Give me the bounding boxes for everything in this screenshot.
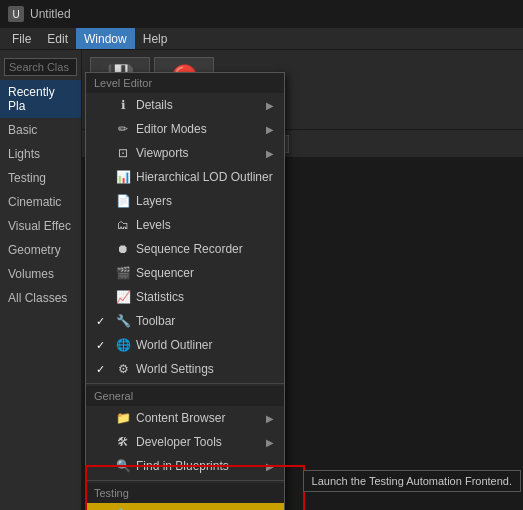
viewports-arrow: ▶ [266, 148, 274, 159]
tooltip: Launch the Testing Automation Frontend. [303, 470, 521, 492]
details-arrow: ▶ [266, 100, 274, 111]
sidebar-item-visual-effects[interactable]: Visual Effec [0, 214, 81, 238]
divider-testing [86, 480, 284, 481]
dropdown-menu: Level Editor ℹ Details ▶ ✏ Editor Modes … [85, 72, 285, 510]
menu-edit[interactable]: Edit [39, 28, 76, 49]
developer-tools-arrow: ▶ [266, 437, 274, 448]
search-bar [0, 54, 81, 80]
world-settings-icon: ⚙ [116, 362, 130, 376]
sidebar-item-cinematic[interactable]: Cinematic [0, 190, 81, 214]
menu-file[interactable]: File [4, 28, 39, 49]
general-section-label: General [86, 386, 284, 406]
developer-tools-icon: 🛠 [116, 435, 130, 449]
content-browser-arrow: ▶ [266, 413, 274, 424]
sidebar-item-basic[interactable]: Basic [0, 118, 81, 142]
testing-section-label: Testing [86, 483, 284, 503]
find-blueprints-arrow: ▶ [266, 461, 274, 472]
menu-hierarchical-lod[interactable]: 📊 Hierarchical LOD Outliner [86, 165, 284, 189]
sidebar-item-volumes[interactable]: Volumes [0, 262, 81, 286]
menu-world-settings[interactable]: ✓ ⚙ World Settings [86, 357, 284, 381]
menu-help[interactable]: Help [135, 28, 176, 49]
editor-modes-arrow: ▶ [266, 124, 274, 135]
menu-sequence-recorder[interactable]: ⏺ Sequence Recorder [86, 237, 284, 261]
world-outliner-icon: 🌐 [116, 338, 130, 352]
app-icon: U [8, 6, 24, 22]
menu-find-blueprints[interactable]: 🔍 Find in Blueprints ▶ [86, 454, 284, 478]
menu-window[interactable]: Window [76, 28, 135, 49]
sequencer-icon: 🎬 [116, 266, 130, 280]
sidebar: Recently Pla Basic Lights Testing Cinema… [0, 50, 82, 510]
menu-levels[interactable]: 🗂 Levels [86, 213, 284, 237]
viewports-icon: ⊡ [116, 146, 130, 160]
toolbar-icon: 🔧 [116, 314, 130, 328]
hierarchical-lod-icon: 📊 [116, 170, 130, 184]
sidebar-item-geometry[interactable]: Geometry [0, 238, 81, 262]
details-icon: ℹ [116, 98, 130, 112]
main-area: Recently Pla Basic Lights Testing Cinema… [0, 50, 523, 510]
sidebar-item-all-classes[interactable]: All Classes [0, 286, 81, 310]
dropdown-overlay: Level Editor ℹ Details ▶ ✏ Editor Modes … [85, 72, 285, 510]
search-input[interactable] [4, 58, 77, 76]
sidebar-item-recently[interactable]: Recently Pla [0, 80, 81, 118]
window-title: Untitled [30, 7, 71, 21]
levels-icon: 🗂 [116, 218, 130, 232]
menu-test-automation[interactable]: 🔧 Test Automation [86, 503, 284, 510]
title-bar: U Untitled [0, 0, 523, 28]
sidebar-item-lights[interactable]: Lights [0, 142, 81, 166]
statistics-icon: 📈 [116, 290, 130, 304]
menu-layers[interactable]: 📄 Layers [86, 189, 284, 213]
menu-toolbar[interactable]: ✓ 🔧 Toolbar [86, 309, 284, 333]
menu-editor-modes[interactable]: ✏ Editor Modes ▶ [86, 117, 284, 141]
menu-developer-tools[interactable]: 🛠 Developer Tools ▶ [86, 430, 284, 454]
menu-bar: File Edit Window Help [0, 28, 523, 50]
menu-statistics[interactable]: 📈 Statistics [86, 285, 284, 309]
menu-sequencer[interactable]: 🎬 Sequencer [86, 261, 284, 285]
menu-viewports[interactable]: ⊡ Viewports ▶ [86, 141, 284, 165]
divider-general [86, 383, 284, 384]
editor-modes-icon: ✏ [116, 122, 130, 136]
layers-icon: 📄 [116, 194, 130, 208]
menu-details[interactable]: ℹ Details ▶ [86, 93, 284, 117]
level-editor-section-label: Level Editor [86, 73, 284, 93]
menu-world-outliner[interactable]: ✓ 🌐 World Outliner [86, 333, 284, 357]
find-blueprints-icon: 🔍 [116, 459, 130, 473]
sidebar-item-testing[interactable]: Testing [0, 166, 81, 190]
menu-content-browser[interactable]: 📁 Content Browser ▶ [86, 406, 284, 430]
sequence-recorder-icon: ⏺ [116, 242, 130, 256]
content-browser-icon: 📁 [116, 411, 130, 425]
